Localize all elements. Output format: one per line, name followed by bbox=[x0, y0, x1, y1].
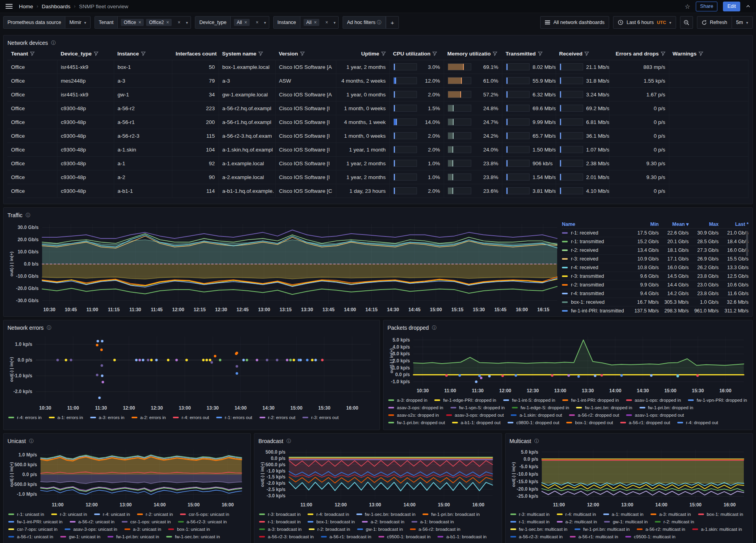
filter-icon[interactable] bbox=[94, 52, 98, 56]
panel-title[interactable]: Network devices bbox=[7, 40, 48, 46]
datasource-value[interactable]: Mimir▾ bbox=[65, 17, 90, 28]
column-header[interactable]: Interfaces count bbox=[172, 48, 219, 60]
legend-item[interactable]: r-2: multicast in bbox=[655, 519, 694, 524]
legend-item[interactable]: gw-1: broadcast in bbox=[357, 527, 403, 532]
info-icon[interactable]: ⓘ bbox=[432, 325, 437, 331]
legend-item[interactable]: r-4: broadcast in bbox=[308, 512, 349, 517]
tenant-link[interactable]: Office bbox=[7, 88, 57, 102]
filter-icon[interactable] bbox=[381, 52, 386, 56]
legend-item[interactable]: fw-1-pri.bn: unicast in bbox=[107, 534, 159, 539]
remove-chip-icon[interactable]: × bbox=[166, 20, 169, 25]
column-header[interactable]: CPU utilization bbox=[389, 48, 444, 60]
legend-item[interactable]: r-1: errors out bbox=[216, 415, 252, 420]
instance-link[interactable]: box-1 bbox=[114, 60, 172, 74]
legend-item[interactable]: csr-7-ops: unicast in bbox=[8, 527, 57, 532]
legend-item[interactable]: fw-1-vpn-S: dropped in bbox=[450, 405, 505, 410]
column-header[interactable]: Version bbox=[275, 48, 336, 60]
breadcrumb-home[interactable]: Home bbox=[19, 4, 33, 9]
panel-title[interactable]: Broadcast bbox=[258, 438, 283, 444]
panel-title[interactable]: Multicast bbox=[510, 438, 531, 444]
legend-item[interactable]: a-56-r1: multicast in bbox=[570, 534, 618, 539]
legend-table-row[interactable]: r-4: transmitted9.4 Gb/s14.2 Gb/s23.8 Gb… bbox=[562, 289, 749, 298]
legend-table-row[interactable]: r-1: transmitted15.2 Gb/s20.1 Gb/s28.5 G… bbox=[562, 237, 749, 246]
info-icon[interactable]: ⓘ bbox=[47, 325, 52, 331]
panel-title[interactable]: Traffic bbox=[7, 212, 22, 218]
column-header[interactable]: Memory utilizatio bbox=[444, 48, 502, 60]
legend-item[interactable]: c9800-1: dropped out bbox=[508, 420, 559, 425]
clear-icon[interactable]: × bbox=[322, 17, 331, 28]
instance-link[interactable]: a-2 bbox=[114, 170, 172, 184]
legend-item[interactable]: box-1: multicast in bbox=[698, 512, 743, 517]
legend-column-header[interactable]: Last * bbox=[719, 222, 749, 227]
legend-item[interactable]: box-1: unicast in bbox=[168, 527, 210, 532]
filter-icon[interactable] bbox=[584, 52, 589, 56]
legend-item[interactable]: a-1: multicast in bbox=[603, 512, 644, 517]
legend-item[interactable]: a-1.skin: dropped out bbox=[511, 413, 562, 417]
panel-title[interactable]: Unicast bbox=[7, 438, 26, 444]
legend-table-row[interactable]: r-4: received10.8 Gb/s16.0 Gb/s26.2 Gb/s… bbox=[562, 263, 749, 272]
legend-item[interactable]: fw-1-edge-PRI: dropped in bbox=[434, 398, 496, 403]
legend-item[interactable]: r-1: broadcast in bbox=[259, 519, 300, 524]
legend-item[interactable]: r-2: broadcast in bbox=[309, 527, 350, 532]
legend-item[interactable]: a-56-r1: broadcast in bbox=[321, 534, 371, 539]
legend-item[interactable]: asav-1-ops: dropped in bbox=[626, 398, 681, 403]
all-dashboards-button[interactable]: All network dashboards bbox=[540, 16, 609, 29]
add-filter-button[interactable]: + bbox=[386, 17, 398, 28]
filter-chip[interactable]: Office2× bbox=[146, 19, 172, 26]
legend-item[interactable]: a-56-r2: multicast in bbox=[637, 527, 685, 532]
instance-link[interactable]: gw-1 bbox=[114, 88, 172, 102]
instance-link[interactable]: a-56-r2 bbox=[114, 102, 172, 115]
legend-column-header[interactable]: Mean ▾ bbox=[659, 221, 689, 227]
legend-item[interactable]: a-1: errors in bbox=[49, 415, 83, 420]
device-type-link[interactable]: mes2448p bbox=[57, 74, 114, 88]
legend-item[interactable]: asav-1-ops: dropped out bbox=[626, 413, 684, 417]
tenant-link[interactable]: Office bbox=[7, 129, 57, 143]
scrollbar[interactable] bbox=[746, 231, 748, 256]
info-icon[interactable]: ⓘ bbox=[29, 438, 34, 445]
info-icon[interactable]: ⓘ bbox=[286, 438, 291, 445]
legend-item[interactable]: fw-1-sec.bn: dropped in bbox=[576, 405, 632, 410]
time-range-picker[interactable]: Last 6 hours UTC ▾ bbox=[613, 16, 676, 29]
legend-table-row[interactable]: box-1: received16.7 Mb/s305.3 Mb/s1.0 Gb… bbox=[562, 298, 749, 307]
legend-item[interactable]: a-b1-1: broadcast in bbox=[437, 534, 486, 539]
legend-item[interactable]: fw-1-int-S: dropped in bbox=[503, 398, 555, 403]
instance-link[interactable]: a-b1-1 bbox=[114, 184, 172, 198]
panel-title[interactable]: Packets dropped bbox=[387, 325, 429, 331]
legend-item[interactable]: gw-1: unicast in bbox=[60, 534, 100, 539]
packets-dropped-chart[interactable]: 5.0 kp/s4.0 kp/s3.0 kp/s2.0 kp/s1.0 kp/s… bbox=[387, 332, 749, 396]
filter-icon[interactable] bbox=[538, 52, 543, 56]
clear-icon[interactable]: × bbox=[175, 17, 183, 28]
legend-table-row[interactable]: r-1: received17.5 Gb/s22.6 Gb/s30.9 Gb/s… bbox=[562, 229, 749, 237]
legend-item[interactable]: a-1.skin: multicast in bbox=[692, 527, 742, 532]
instance-link[interactable]: a-56-r1 bbox=[114, 115, 172, 129]
legend-item[interactable]: r-4: errors in bbox=[8, 415, 42, 420]
column-header[interactable]: Warnings bbox=[669, 48, 749, 60]
legend-item[interactable]: r-1: multicast in bbox=[510, 519, 550, 524]
legend-item[interactable]: a-2: errors in bbox=[132, 415, 166, 420]
device-type-link[interactable]: c9300-48p bbox=[57, 143, 114, 157]
legend-item[interactable]: r-3: errors out bbox=[302, 415, 339, 420]
legend-item[interactable]: gw-1: multicast in bbox=[604, 519, 648, 524]
legend-item[interactable]: r-4: errors out bbox=[173, 415, 209, 420]
clear-icon[interactable]: × bbox=[253, 17, 261, 28]
share-button[interactable]: Share bbox=[696, 2, 717, 11]
legend-item[interactable]: r-4: multicast in bbox=[557, 512, 596, 517]
tenant-link[interactable]: Office bbox=[7, 115, 57, 129]
legend-table-row[interactable]: r-2: received13.4 Gb/s18.1 Gb/s27.3 Gb/s… bbox=[562, 246, 749, 255]
zoom-out-button[interactable] bbox=[680, 16, 693, 29]
chevron-down-icon[interactable]: ▾ bbox=[183, 17, 191, 28]
instance-link[interactable]: a-56-r2-3 bbox=[114, 129, 172, 143]
legend-item[interactable]: a-56-r1: dropped out bbox=[620, 420, 670, 425]
legend-item[interactable]: fw-1-int-PRI: dropped in bbox=[562, 398, 619, 403]
legend-item[interactable]: r-4: unicast in bbox=[94, 512, 130, 517]
column-header[interactable]: Device_type bbox=[57, 48, 114, 60]
collapse-chevron-icon[interactable] bbox=[746, 4, 750, 9]
legend-item[interactable]: a-1: broadcast in bbox=[411, 519, 454, 524]
legend-item[interactable]: c9500-1: broadcast in bbox=[378, 534, 431, 539]
device-type-link[interactable]: c9300-48p bbox=[57, 157, 114, 170]
legend-item[interactable]: fw-1-sec.bn: unicast in bbox=[166, 534, 220, 539]
legend-item[interactable]: fw-1-sec.bn: multicast in bbox=[510, 527, 567, 532]
legend-item[interactable]: a-3: broadcast in bbox=[259, 527, 302, 532]
device-type-link[interactable]: c9300-48p bbox=[57, 184, 114, 198]
legend-item[interactable]: fw-1-int-PRI: unicast in bbox=[8, 519, 63, 524]
